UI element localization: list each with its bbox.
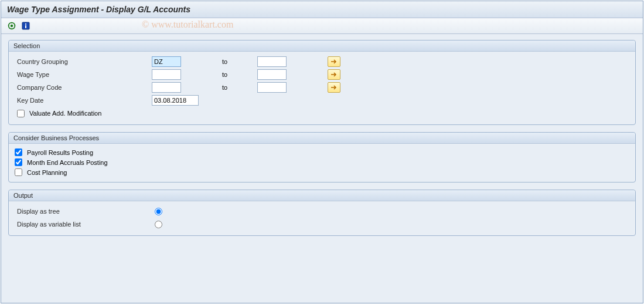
svg-rect-8 xyxy=(25,25,26,28)
payroll-results-row[interactable]: Payroll Results Posting xyxy=(15,147,629,157)
row-wage-type: Wage Type to xyxy=(15,68,629,81)
group-selection-title: Selection xyxy=(9,40,635,52)
row-valuate-add-mod: Valuate Add. Modification xyxy=(15,107,629,120)
info-button[interactable] xyxy=(20,21,32,31)
company-code-to-input[interactable] xyxy=(257,82,287,93)
label-company-code: Company Code xyxy=(15,81,149,94)
label-to-company: to xyxy=(220,81,255,94)
label-output-varlist: Display as variable list xyxy=(15,218,149,231)
label-key-date: Key Date xyxy=(15,94,149,107)
cost-planning-label: Cost Planning xyxy=(27,169,67,176)
group-output-title: Output xyxy=(9,190,635,201)
app-window: Wage Type Assignment - Display G/L Accou… xyxy=(1,1,643,303)
company-code-multiselect-button[interactable] xyxy=(328,82,340,93)
content-area: Selection Country Grouping to xyxy=(1,34,643,249)
group-processes-title: Consider Business Processes xyxy=(9,133,635,144)
svg-point-1 xyxy=(11,25,13,27)
payroll-results-label: Payroll Results Posting xyxy=(27,149,93,156)
valuate-add-mod-checkbox[interactable] xyxy=(17,110,25,117)
info-icon xyxy=(22,22,30,30)
country-grouping-to-input[interactable] xyxy=(257,56,287,67)
group-output: Output Display as tree Display as variab… xyxy=(8,190,636,236)
output-varlist-radio[interactable] xyxy=(155,221,162,228)
row-key-date: Key Date xyxy=(15,94,629,107)
arrow-right-icon xyxy=(330,85,338,90)
country-grouping-multiselect-button[interactable] xyxy=(328,56,340,67)
valuate-add-mod-row[interactable]: Valuate Add. Modification xyxy=(17,109,627,119)
label-output-tree: Display as tree xyxy=(15,205,149,218)
label-to-wagetype: to xyxy=(220,68,255,81)
arrow-right-icon xyxy=(330,72,338,77)
month-end-row[interactable]: Month End Accruals Posting xyxy=(15,157,629,167)
execute-icon xyxy=(8,22,16,30)
wage-type-from-input[interactable] xyxy=(152,69,181,80)
watermark-text: © www.tutorialkart.com xyxy=(142,19,233,30)
cost-planning-row[interactable]: Cost Planning xyxy=(15,167,629,177)
label-wage-type: Wage Type xyxy=(15,68,149,81)
row-country-grouping: Country Grouping to xyxy=(15,55,629,68)
label-country-grouping: Country Grouping xyxy=(15,55,149,68)
toolbar: © www.tutorialkart.com xyxy=(1,18,643,34)
titlebar: Wage Type Assignment - Display G/L Accou… xyxy=(1,1,643,18)
cost-planning-checkbox[interactable] xyxy=(15,168,22,176)
payroll-results-checkbox[interactable] xyxy=(15,148,22,156)
row-company-code: Company Code to xyxy=(15,81,629,94)
svg-rect-7 xyxy=(25,23,26,25)
row-output-varlist: Display as variable list xyxy=(15,218,629,231)
month-end-label: Month End Accruals Posting xyxy=(27,159,108,166)
arrow-right-icon xyxy=(330,59,338,65)
wage-type-multiselect-button[interactable] xyxy=(328,69,340,80)
month-end-checkbox[interactable] xyxy=(15,158,22,166)
page-title: Wage Type Assignment - Display G/L Accou… xyxy=(7,5,190,14)
execute-button[interactable] xyxy=(6,21,18,31)
wage-type-to-input[interactable] xyxy=(257,69,287,80)
key-date-input[interactable] xyxy=(152,95,199,106)
group-processes: Consider Business Processes Payroll Resu… xyxy=(8,132,636,183)
group-selection: Selection Country Grouping to xyxy=(8,40,636,125)
row-output-tree: Display as tree xyxy=(15,205,629,218)
country-grouping-from-input[interactable] xyxy=(152,56,181,67)
company-code-from-input[interactable] xyxy=(152,82,181,93)
selection-form: Country Grouping to xyxy=(15,55,629,120)
label-to-country: to xyxy=(220,55,255,68)
valuate-add-mod-label: Valuate Add. Modification xyxy=(29,110,101,117)
output-tree-radio[interactable] xyxy=(155,208,162,215)
